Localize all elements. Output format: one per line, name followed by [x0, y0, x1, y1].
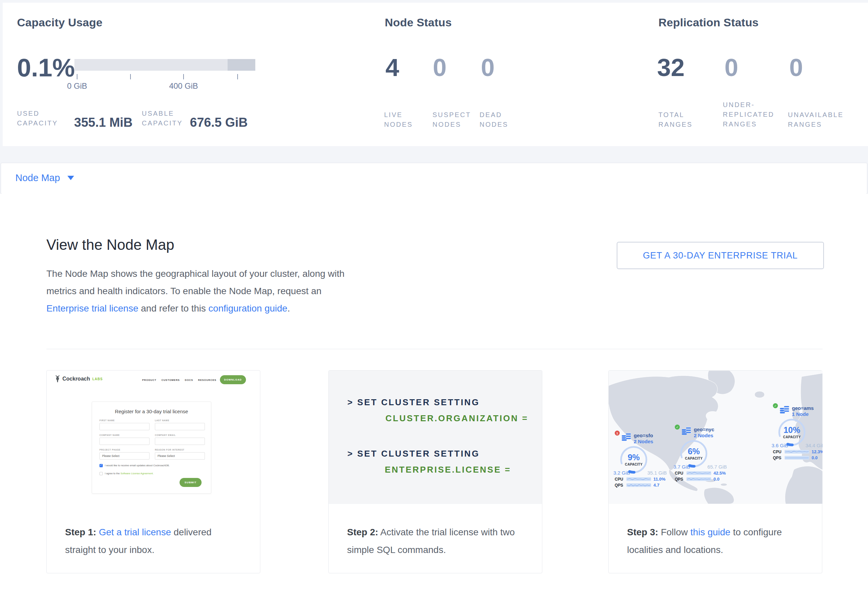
last-name-input[interactable] — [155, 423, 205, 430]
nav-item-product[interactable]: PRODUCT — [142, 378, 156, 381]
section-heading: View the Node Map — [46, 237, 174, 253]
nav-item-docs[interactable]: DOCS — [185, 378, 193, 381]
capacity-percent: 9% — [619, 453, 648, 462]
configuration-guide-link[interactable]: configuration guide — [208, 303, 288, 313]
step2-card: > SET CLUSTER SETTING CLUSTER.ORGANIZATI… — [328, 370, 542, 573]
replication-status-title: Replication Status — [658, 16, 759, 29]
brand-suffix: LABS — [93, 377, 103, 381]
cpu-sparkline — [626, 477, 651, 481]
live-nodes-count: 4 — [385, 55, 399, 80]
form-title: Register for a 30-day trial license — [92, 409, 211, 414]
qps-sparkline — [686, 477, 711, 481]
capacity-label: CAPACITY — [679, 456, 708, 460]
capacity-usage-title: Capacity Usage — [17, 16, 102, 29]
unavailable-count: 0 — [789, 55, 803, 80]
last-name-field: LAST NAME — [155, 419, 205, 430]
company-name-field: COMPANY NAME — [99, 434, 149, 445]
capacity-gauge: 10% CAPACITY — [778, 418, 806, 447]
license-agreement-pre: I agree to the — [105, 472, 121, 475]
nav-item-resources[interactable]: RESOURCES — [198, 378, 217, 381]
section-divider — [46, 349, 822, 349]
capacity-bar — [74, 59, 255, 71]
node-status-title: Node Status — [385, 16, 452, 29]
locality-sfo[interactable]: 1 geo=sfo 2 Nodes — [615, 433, 672, 488]
capacity-label: CAPACITY — [619, 463, 648, 466]
used-capacity-value: 355.1 MiB — [74, 115, 133, 130]
cluster-overview-page: Capacity Usage 0.1% 0 GiB 400 GiB USED C… — [0, 0, 868, 593]
node-map-promo-section: View the Node Map The Node Map shows the… — [0, 194, 868, 593]
company-name-input[interactable] — [99, 438, 149, 445]
license-agreement-text: I agree to the Software License Agreemen… — [105, 472, 154, 475]
capacity-gauge: 9% CAPACITY — [619, 445, 648, 474]
download-button[interactable]: DOWNLOAD — [220, 375, 246, 384]
enterprise-trial-button[interactable]: GET A 30-DAY ENTERPRISE TRIAL — [617, 242, 824, 269]
capacity-tick — [237, 74, 238, 79]
submit-button[interactable]: SUBMIT — [180, 478, 202, 487]
sql-arg-1: CLUSTER.ORGANIZATION = — [385, 413, 528, 424]
capacity-gauge: 6% CAPACITY — [679, 439, 708, 468]
sql-line-1: > SET CLUSTER SETTING — [347, 397, 480, 408]
project-phase-label: PROJECT PHASE — [99, 449, 149, 451]
locality-name: geo=nyc — [694, 427, 714, 432]
capacity-tick — [130, 74, 131, 79]
live-nodes-label: LIVE NODES — [384, 110, 418, 129]
email-updates-checkbox[interactable] — [99, 464, 103, 467]
locality-name: geo=sfo — [634, 433, 653, 438]
total-capacity: 35.1 GiB — [647, 470, 667, 475]
project-phase-field: PROJECT PHASE Please Select — [99, 449, 149, 460]
license-agreement-checkbox-row: I agree to the Software License Agreemen… — [99, 472, 199, 475]
cpu-value: 42.5% — [713, 471, 726, 475]
node-map-dropdown[interactable]: Node Map — [15, 172, 74, 184]
qps-sparkline — [785, 456, 809, 460]
panel-gap — [0, 146, 868, 163]
first-name-input[interactable] — [99, 423, 149, 430]
cockroach-labs-logo: Cockroach LABS — [55, 375, 103, 383]
step1-prefix: Step 1: — [65, 527, 96, 537]
company-email-input[interactable] — [155, 438, 205, 445]
suspect-nodes-count: 0 — [433, 55, 447, 80]
qps-label: QPS — [615, 483, 624, 488]
capacity-percent: 6% — [679, 447, 708, 456]
locality-nyc[interactable]: ✓ geo=nyc 2 Nodes — [675, 427, 732, 482]
sql-line-2: > SET CLUSTER SETTING — [347, 449, 480, 459]
capacity-tick — [183, 74, 184, 79]
under-replicated-label: UNDER-REPLICATED RANGES — [723, 100, 781, 129]
nav-item-customers[interactable]: CUSTOMERS — [161, 378, 180, 381]
reason-label: REASON FOR INTEREST — [155, 449, 205, 451]
description-text: The Node Map shows the geographical layo… — [46, 268, 344, 296]
capacity-bar-tail — [227, 59, 255, 71]
usable-capacity-label: USABLE CAPACITY — [142, 109, 189, 128]
cpu-sparkline — [785, 450, 809, 453]
license-agreement-checkbox[interactable] — [99, 472, 103, 475]
software-license-link[interactable]: Software License Agreement. — [121, 472, 154, 475]
locality-ams[interactable]: ✓ geo=ams 1 Node — [773, 405, 822, 460]
ok-badge: ✓ — [773, 403, 778, 408]
cpu-sparkline — [686, 471, 711, 475]
error-badge: 1 — [615, 431, 620, 436]
locality-node-count: 1 Node — [792, 411, 813, 417]
total-ranges-count: 32 — [657, 55, 685, 80]
under-replicated-count: 0 — [725, 55, 738, 80]
chevron-down-icon[interactable] — [67, 176, 74, 180]
capacity-tick-label: 0 GiB — [54, 81, 100, 91]
qps-label: QPS — [675, 477, 684, 482]
reason-select[interactable]: Please Select — [155, 452, 205, 460]
total-capacity: 65.7 GiB — [707, 464, 727, 469]
cpu-value: 11.0% — [653, 477, 666, 482]
dead-nodes-label: DEAD NODES — [480, 110, 516, 129]
email-updates-checkbox-row: I would like to receive email updates ab… — [99, 464, 199, 467]
cpu-label: CPU — [675, 471, 684, 475]
sql-arg-2: ENTERPRISE.LICENSE = — [385, 465, 511, 475]
get-trial-license-link[interactable]: Get a trial license — [99, 527, 171, 537]
dead-nodes-count: 0 — [481, 55, 495, 80]
cpu-label: CPU — [773, 450, 782, 454]
cpu-label: CPU — [615, 477, 624, 482]
enterprise-trial-license-link[interactable]: Enterprise trial license — [46, 303, 138, 313]
node-map-dropdown-label[interactable]: Node Map — [15, 172, 60, 184]
reason-field: REASON FOR INTEREST Please Select — [155, 449, 205, 460]
project-phase-select[interactable]: Please Select — [99, 452, 149, 460]
step1-caption: Step 1: Get a trial license delivered st… — [65, 523, 243, 559]
this-guide-link[interactable]: this guide — [691, 527, 731, 537]
company-email-field: COMPANY EMAIL — [155, 434, 205, 445]
trial-license-form: Register for a 30-day trial license FIRS… — [92, 402, 211, 494]
